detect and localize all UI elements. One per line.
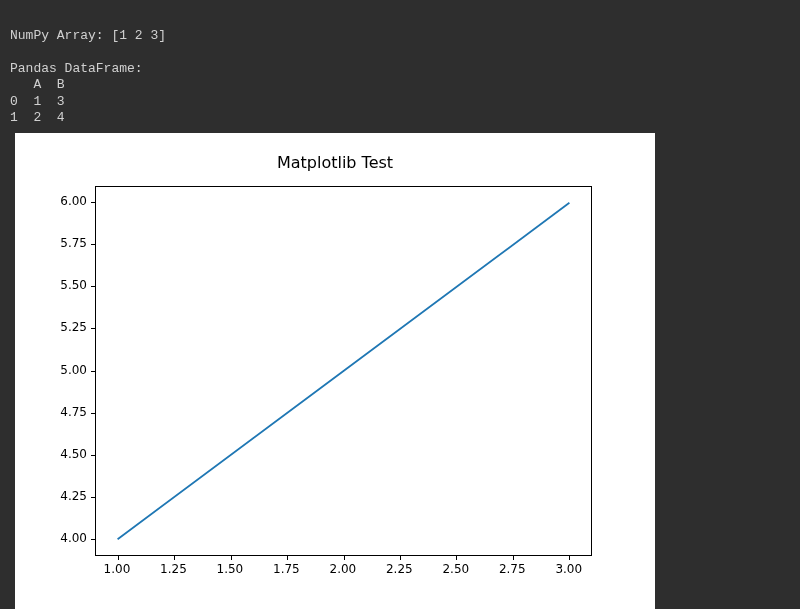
matplotlib-figure: Matplotlib Test 1.001.251.501.752.002.25… [15, 133, 655, 610]
y-tick-mark [91, 328, 95, 329]
x-tick-mark [174, 556, 175, 560]
x-tick-mark [287, 556, 288, 560]
y-tick-mark [91, 286, 95, 287]
y-tick-label: 5.50 [60, 278, 87, 292]
x-tick-label: 2.75 [499, 562, 526, 576]
x-tick-mark [231, 556, 232, 560]
y-tick-mark [91, 371, 95, 372]
x-tick-mark [344, 556, 345, 560]
pandas-row-0: 0 1 3 [10, 94, 65, 109]
x-tick-mark [456, 556, 457, 560]
console-output: NumPy Array: [1 2 3] Pandas DataFrame: A… [0, 0, 800, 127]
pandas-row-1: 1 2 4 [10, 110, 65, 125]
y-tick-label: 4.25 [60, 489, 87, 503]
y-tick-label: 6.00 [60, 194, 87, 208]
y-tick-mark [91, 539, 95, 540]
y-tick-mark [91, 413, 95, 414]
x-tick-label: 1.75 [273, 562, 300, 576]
pandas-header-line: Pandas DataFrame: [10, 61, 143, 76]
x-tick-mark [569, 556, 570, 560]
x-tick-label: 1.50 [217, 562, 244, 576]
x-tick-label: 1.00 [104, 562, 131, 576]
x-tick-label: 2.00 [330, 562, 357, 576]
x-tick-label: 1.25 [160, 562, 187, 576]
y-tick-mark [91, 455, 95, 456]
y-tick-label: 4.75 [60, 405, 87, 419]
y-tick-label: 4.50 [60, 447, 87, 461]
y-tick-mark [91, 244, 95, 245]
x-tick-mark [400, 556, 401, 560]
numpy-output-line: NumPy Array: [1 2 3] [10, 28, 166, 43]
x-tick-label: 2.25 [386, 562, 413, 576]
y-tick-label: 5.25 [60, 320, 87, 334]
y-tick-mark [91, 497, 95, 498]
chart-line-series [118, 202, 570, 538]
chart-svg [15, 133, 655, 610]
x-tick-mark [118, 556, 119, 560]
y-tick-label: 5.75 [60, 236, 87, 250]
pandas-columns-line: A B [10, 77, 65, 92]
x-tick-label: 2.50 [442, 562, 469, 576]
y-tick-mark [91, 202, 95, 203]
x-tick-mark [513, 556, 514, 560]
y-tick-label: 5.00 [60, 363, 87, 377]
y-tick-label: 4.00 [60, 531, 87, 545]
x-tick-label: 3.00 [555, 562, 582, 576]
